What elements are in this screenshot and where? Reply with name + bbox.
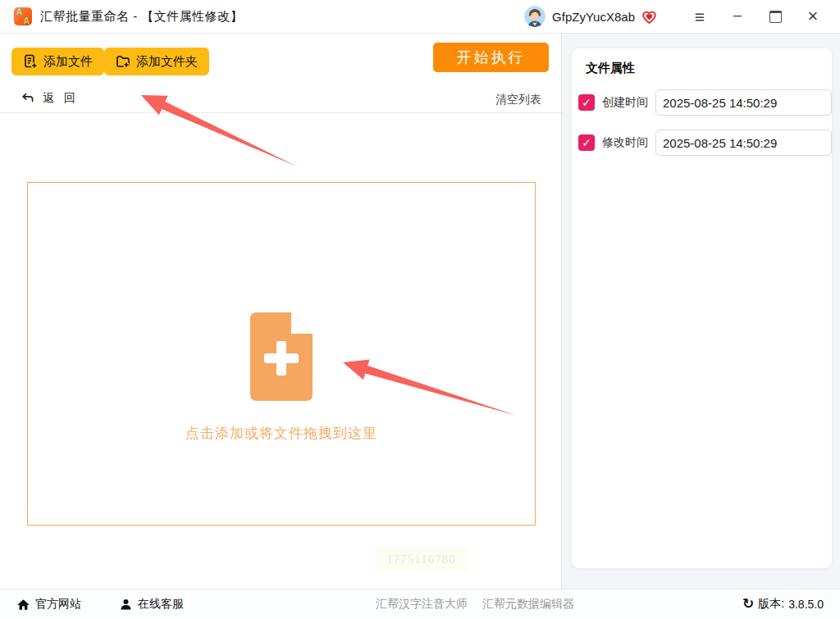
modified-time-input[interactable] <box>655 130 832 156</box>
add-files-label: 添加文件 <box>43 54 93 70</box>
logo-letter-a2: A <box>24 16 30 25</box>
creation-time-row: ✓ 创建时间 <box>578 89 832 116</box>
maximize-icon <box>769 11 782 23</box>
check-icon: ✓ <box>582 136 591 149</box>
modified-time-label: 修改时间 <box>602 135 651 150</box>
creation-time-label: 创建时间 <box>602 95 651 110</box>
titlebar-right: GfpZyYucX8ab ≡ – × <box>524 0 840 33</box>
creation-time-input[interactable] <box>655 89 832 116</box>
app-window: A A 汇帮批量重命名 - 【文件属性修改】 GfpZyYucX8ab <box>0 0 840 619</box>
app-logo-icon: A A <box>14 7 32 25</box>
start-execute-label: 开始执行 <box>457 48 526 67</box>
username: GfpZyYucX8ab <box>552 10 635 24</box>
drop-zone-content: 点击添加或将文件拖拽到这里 <box>28 311 535 443</box>
home-icon <box>16 598 30 612</box>
menu-icon: ≡ <box>695 8 705 25</box>
watermark: 1775116780 <box>375 547 468 572</box>
minimize-icon: – <box>733 7 742 22</box>
check-icon: ✓ <box>582 96 591 109</box>
properties-panel: 文件属性 ✓ 创建时间 ✓ 修改时间 <box>561 33 840 589</box>
statusbar: 官方网站 在线客服 汇帮汉字注音大师 汇帮元数据编辑器 ↻ 版本: 3.8.5.… <box>0 589 840 619</box>
version-info: ↻ 版本: 3.8.5.0 <box>742 589 824 619</box>
maximize-button[interactable] <box>756 0 794 33</box>
folder-plus-icon <box>116 54 130 69</box>
add-folder-label: 添加文件夹 <box>136 54 198 70</box>
version-label: 版本: <box>758 597 784 612</box>
back-button[interactable]: 返 回 <box>21 91 75 106</box>
clear-list-button[interactable]: 清空列表 <box>495 93 541 107</box>
person-icon <box>119 598 133 612</box>
add-folder-button[interactable]: 添加文件夹 <box>104 48 209 75</box>
close-icon: × <box>808 7 819 25</box>
close-button[interactable]: × <box>794 0 832 33</box>
logo-letter-a: A <box>16 7 22 16</box>
file-drop-zone[interactable]: 点击添加或将文件拖拽到这里 <box>27 182 536 526</box>
add-file-icon <box>244 311 319 403</box>
online-support-link[interactable]: 在线客服 <box>119 589 184 619</box>
vip-heart-icon[interactable] <box>641 8 658 25</box>
back-label: 返 回 <box>43 91 75 106</box>
annotation-arrow-toolbar <box>141 95 297 166</box>
avatar-image <box>524 6 546 27</box>
modified-time-checkbox[interactable]: ✓ <box>578 134 595 151</box>
start-execute-button[interactable]: 开始执行 <box>433 43 549 72</box>
back-arrow-icon <box>21 91 35 106</box>
add-files-button[interactable]: 添加文件 <box>11 48 104 75</box>
modified-time-row: ✓ 修改时间 <box>578 130 832 156</box>
minimize-button[interactable]: – <box>719 0 756 33</box>
official-site-label: 官方网站 <box>35 597 81 612</box>
official-site-link[interactable]: 官方网站 <box>16 589 81 619</box>
user-avatar[interactable] <box>524 6 546 27</box>
properties-card: 文件属性 ✓ 创建时间 ✓ 修改时间 <box>571 48 833 569</box>
drop-zone-hint: 点击添加或将文件拖拽到这里 <box>185 424 377 443</box>
update-sync-icon[interactable]: ↻ <box>742 597 754 611</box>
online-support-label: 在线客服 <box>138 597 184 612</box>
file-plus-icon <box>23 54 38 69</box>
window-title: 汇帮批量重命名 - 【文件属性修改】 <box>40 9 243 25</box>
titlebar: A A 汇帮批量重命名 - 【文件属性修改】 GfpZyYucX8ab <box>0 0 840 34</box>
metadata-editor-link[interactable]: 汇帮元数据编辑器 <box>482 589 574 619</box>
list-divider <box>0 112 561 113</box>
pinyin-master-link[interactable]: 汇帮汉字注音大师 <box>376 589 468 619</box>
menu-button[interactable]: ≡ <box>681 0 719 33</box>
version-value: 3.8.5.0 <box>788 598 824 611</box>
properties-title: 文件属性 <box>586 61 635 76</box>
creation-time-checkbox[interactable]: ✓ <box>578 94 595 111</box>
